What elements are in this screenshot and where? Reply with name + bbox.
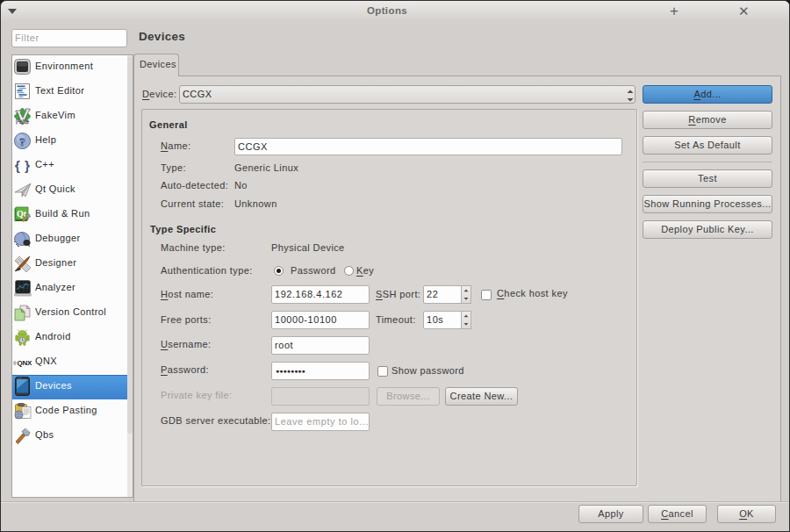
svg-text:?: ? bbox=[19, 135, 25, 148]
svg-text:®: ® bbox=[13, 361, 17, 366]
svg-text:Fake: Fake bbox=[16, 119, 29, 125]
svg-text:QNX: QNX bbox=[18, 359, 32, 367]
